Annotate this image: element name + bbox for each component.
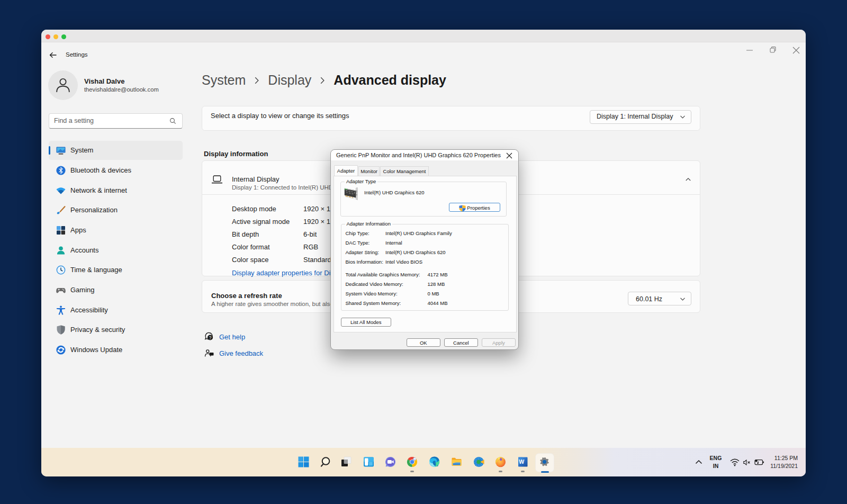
svg-text:?: ? xyxy=(209,335,212,340)
svg-text:W: W xyxy=(519,458,524,465)
